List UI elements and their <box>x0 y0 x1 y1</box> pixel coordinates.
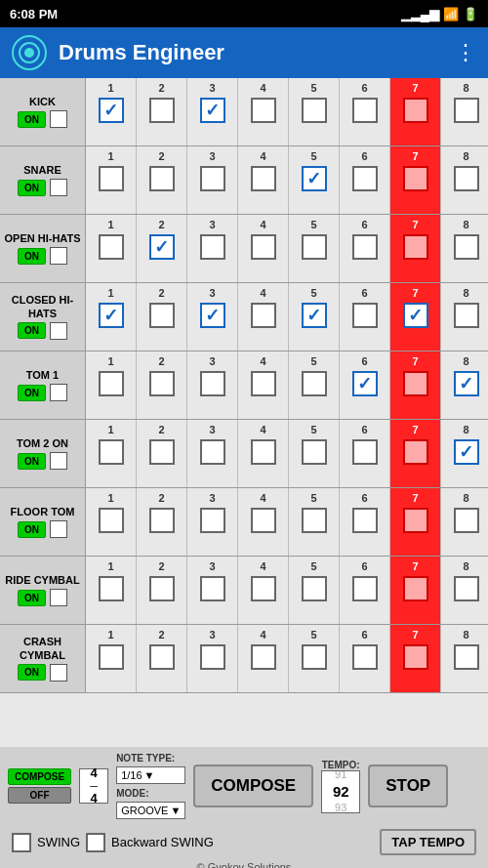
beat-checkbox-kick-8[interactable] <box>454 98 479 123</box>
beat-checkbox-open-hi-hats-7[interactable] <box>403 234 428 260</box>
beat-checkbox-floor-tom-2[interactable] <box>149 508 175 533</box>
beat-checkbox-tom2-3[interactable] <box>200 439 225 465</box>
menu-button[interactable]: ⋮ <box>455 40 476 65</box>
beat-checkbox-tom2-5[interactable] <box>302 439 327 465</box>
beat-checkbox-tom1-3[interactable] <box>200 371 225 396</box>
tap-tempo-button[interactable]: TAP TEMPO <box>380 829 476 855</box>
beat-checkbox-open-hi-hats-6[interactable] <box>352 234 378 260</box>
note-type-selector[interactable]: 1/16 ▼ <box>116 766 185 784</box>
tempo-scroll[interactable]: 91 92 93 <box>321 770 360 813</box>
swing-checkbox[interactable] <box>12 833 31 852</box>
beat-checkbox-crash-cymbal-1[interactable] <box>99 644 124 670</box>
beat-checkbox-closed-hi-hats-5[interactable] <box>302 303 327 328</box>
on-button-crash-cymbal[interactable]: ON <box>18 664 46 681</box>
beat-checkbox-snare-4[interactable] <box>251 166 276 191</box>
on-button-tom2[interactable]: ON <box>18 453 46 470</box>
beat-checkbox-kick-4[interactable] <box>251 98 276 123</box>
beat-checkbox-crash-cymbal-6[interactable] <box>352 644 378 670</box>
beat-checkbox-crash-cymbal-3[interactable] <box>200 644 225 670</box>
beat-checkbox-floor-tom-8[interactable] <box>454 508 479 533</box>
beat-checkbox-kick-1[interactable] <box>99 98 124 123</box>
beat-checkbox-tom2-6[interactable] <box>352 439 378 465</box>
beat-checkbox-floor-tom-1[interactable] <box>99 508 124 533</box>
on-button-ride-cymbal[interactable]: ON <box>18 590 46 606</box>
beat-checkbox-open-hi-hats-8[interactable] <box>454 234 479 260</box>
beat-checkbox-closed-hi-hats-7[interactable] <box>403 303 428 328</box>
beat-checkbox-kick-5[interactable] <box>302 98 327 123</box>
beat-checkbox-ride-cymbal-6[interactable] <box>352 576 378 601</box>
beat-checkbox-open-hi-hats-4[interactable] <box>251 234 276 260</box>
beat-checkbox-snare-8[interactable] <box>454 166 479 191</box>
beat-checkbox-floor-tom-3[interactable] <box>200 508 225 533</box>
row-checkbox-crash-cymbal[interactable] <box>50 664 67 682</box>
beat-checkbox-tom1-5[interactable] <box>302 371 327 396</box>
beat-checkbox-open-hi-hats-2[interactable] <box>149 234 175 260</box>
beat-checkbox-ride-cymbal-2[interactable] <box>149 576 175 601</box>
backward-swing-checkbox[interactable] <box>86 833 105 852</box>
beat-checkbox-tom2-1[interactable] <box>99 439 124 465</box>
beat-checkbox-tom1-4[interactable] <box>251 371 276 396</box>
beat-checkbox-closed-hi-hats-8[interactable] <box>454 303 479 328</box>
beat-checkbox-snare-7[interactable] <box>403 166 428 191</box>
row-checkbox-ride-cymbal[interactable] <box>50 589 67 606</box>
row-checkbox-tom1[interactable] <box>50 384 67 401</box>
beat-checkbox-tom2-4[interactable] <box>251 439 276 465</box>
beat-checkbox-closed-hi-hats-3[interactable] <box>200 303 225 328</box>
beat-checkbox-snare-2[interactable] <box>149 166 175 191</box>
beat-checkbox-crash-cymbal-5[interactable] <box>302 644 327 670</box>
beat-checkbox-closed-hi-hats-1[interactable] <box>99 303 124 328</box>
global-off-button[interactable]: OFF <box>8 787 71 804</box>
row-checkbox-snare[interactable] <box>50 179 67 196</box>
mode-selector[interactable]: GROOVE ▼ <box>116 802 185 819</box>
row-checkbox-floor-tom[interactable] <box>50 520 67 538</box>
beat-checkbox-closed-hi-hats-4[interactable] <box>251 303 276 328</box>
beat-checkbox-floor-tom-4[interactable] <box>251 508 276 533</box>
beat-checkbox-snare-1[interactable] <box>99 166 124 191</box>
beat-checkbox-floor-tom-5[interactable] <box>302 508 327 533</box>
beat-checkbox-closed-hi-hats-2[interactable] <box>149 303 175 328</box>
beat-checkbox-ride-cymbal-7[interactable] <box>403 576 428 601</box>
beat-checkbox-kick-6[interactable] <box>352 98 378 123</box>
beat-checkbox-tom1-1[interactable] <box>99 371 124 396</box>
stop-button[interactable]: STOP <box>368 765 448 807</box>
beat-checkbox-ride-cymbal-1[interactable] <box>99 576 124 601</box>
beat-checkbox-open-hi-hats-1[interactable] <box>99 234 124 260</box>
beat-checkbox-crash-cymbal-2[interactable] <box>149 644 175 670</box>
beat-checkbox-tom2-8[interactable] <box>454 439 479 465</box>
beat-checkbox-ride-cymbal-5[interactable] <box>302 576 327 601</box>
row-checkbox-closed-hi-hats[interactable] <box>50 322 67 340</box>
global-on-button[interactable]: COMPOSE <box>8 768 71 785</box>
beat-checkbox-tom1-8[interactable] <box>454 371 479 396</box>
beat-checkbox-ride-cymbal-8[interactable] <box>454 576 479 601</box>
beat-checkbox-ride-cymbal-3[interactable] <box>200 576 225 601</box>
beat-checkbox-tom1-2[interactable] <box>149 371 175 396</box>
beat-checkbox-open-hi-hats-3[interactable] <box>200 234 225 260</box>
compose-button[interactable]: COMPOSE <box>193 765 313 807</box>
on-button-kick[interactable]: ON <box>18 111 46 128</box>
beat-checkbox-snare-6[interactable] <box>352 166 378 191</box>
row-checkbox-tom2[interactable] <box>50 452 67 470</box>
on-button-closed-hi-hats[interactable]: ON <box>18 322 46 339</box>
beat-checkbox-kick-3[interactable] <box>200 98 225 123</box>
on-button-floor-tom[interactable]: ON <box>18 521 46 538</box>
beat-checkbox-floor-tom-6[interactable] <box>352 508 378 533</box>
beat-checkbox-tom1-7[interactable] <box>403 371 428 396</box>
beat-checkbox-kick-7[interactable] <box>403 98 428 123</box>
beat-checkbox-crash-cymbal-8[interactable] <box>454 644 479 670</box>
on-button-snare[interactable]: ON <box>18 180 46 196</box>
time-signature[interactable]: 4 ─ 4 <box>79 768 108 804</box>
beat-checkbox-ride-cymbal-4[interactable] <box>251 576 276 601</box>
beat-checkbox-open-hi-hats-5[interactable] <box>302 234 327 260</box>
beat-checkbox-tom2-7[interactable] <box>403 439 428 465</box>
row-checkbox-open-hi-hats[interactable] <box>50 247 67 265</box>
beat-checkbox-crash-cymbal-7[interactable] <box>403 644 428 670</box>
beat-checkbox-closed-hi-hats-6[interactable] <box>352 303 378 328</box>
beat-checkbox-kick-2[interactable] <box>149 98 175 123</box>
beat-checkbox-snare-5[interactable] <box>302 166 327 191</box>
on-button-tom1[interactable]: ON <box>18 385 46 401</box>
beat-checkbox-floor-tom-7[interactable] <box>403 508 428 533</box>
beat-checkbox-tom2-2[interactable] <box>149 439 175 465</box>
on-button-open-hi-hats[interactable]: ON <box>18 248 46 265</box>
beat-checkbox-crash-cymbal-4[interactable] <box>251 644 276 670</box>
beat-checkbox-tom1-6[interactable] <box>352 371 378 396</box>
